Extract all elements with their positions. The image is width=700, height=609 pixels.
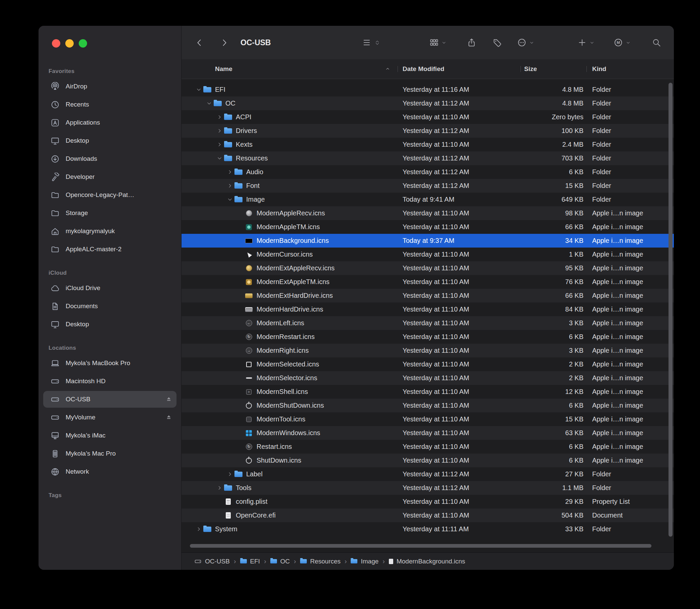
file-row-modernright-icns[interactable]: →ModernRight.icnsYesterday at 11:10 AM3 … bbox=[181, 344, 674, 358]
file-row-label[interactable]: LabelYesterday at 11:12 AM27 KBFolder bbox=[181, 467, 674, 481]
file-row-font[interactable]: FontYesterday at 11:12 AM15 KBFolder bbox=[181, 179, 674, 193]
toolbar-back-button[interactable] bbox=[195, 26, 204, 59]
chev-right-icon[interactable] bbox=[217, 142, 222, 147]
file-row-modernappletm-icns[interactable]: ModernAppleTM.icnsYesterday at 11:10 AM6… bbox=[181, 220, 674, 234]
close-button[interactable] bbox=[52, 39, 60, 48]
toolbar-forward-button[interactable] bbox=[220, 26, 229, 59]
file-row-modernwindows-icns[interactable]: ModernWindows.icnsYesterday at 11:10 AM6… bbox=[181, 426, 674, 440]
column-divider[interactable] bbox=[398, 66, 398, 72]
file-row-audio[interactable]: AudioYesterday at 11:12 AM6 KBFolder bbox=[181, 165, 674, 179]
zoom-button[interactable] bbox=[79, 39, 87, 48]
chev-down-icon[interactable] bbox=[217, 155, 222, 161]
sidebar-item-mykolagrymalyuk[interactable]: mykolagrymalyuk bbox=[43, 223, 176, 240]
disclosure-expanded[interactable] bbox=[194, 85, 203, 94]
toolbar-tag-button[interactable] bbox=[493, 26, 502, 59]
file-row-kexts[interactable]: KextsYesterday at 11:10 AM2.4 MBFolder bbox=[181, 138, 674, 152]
column-header-size[interactable]: Size bbox=[524, 59, 537, 79]
chev-down-icon[interactable] bbox=[196, 87, 202, 92]
path-item-resources[interactable]: Resources bbox=[300, 558, 340, 565]
sidebar-item-network[interactable]: Network bbox=[43, 463, 176, 480]
sidebar-item-oc-usb[interactable]: OC-USB bbox=[43, 391, 176, 408]
file-row-modernbackground-icns[interactable]: ModernBackground.icnsToday at 9:37 AM34 … bbox=[181, 234, 674, 247]
path-item-modernbackground-icns[interactable]: ModernBackground.icns bbox=[389, 558, 465, 565]
file-row-modernapplerecv-icns[interactable]: ModernAppleRecv.icnsYesterday at 11:10 A… bbox=[181, 206, 674, 220]
eject-icon[interactable] bbox=[165, 396, 173, 403]
toolbar-group-button[interactable] bbox=[430, 26, 447, 59]
disclosure-collapsed[interactable] bbox=[225, 168, 234, 176]
path-item-image[interactable]: Image bbox=[351, 558, 379, 565]
chev-right-icon[interactable] bbox=[217, 128, 222, 134]
column-header-kind[interactable]: Kind bbox=[592, 59, 606, 79]
eject-icon[interactable] bbox=[165, 414, 173, 421]
toolbar-account-button[interactable]: M bbox=[614, 26, 631, 59]
disclosure-collapsed[interactable] bbox=[225, 470, 234, 479]
toolbar-search-button[interactable] bbox=[652, 26, 661, 59]
file-row-modernextharddrive-icns[interactable]: ModernExtHardDrive.icnsYesterday at 11:1… bbox=[181, 289, 674, 302]
sidebar-item-airdrop[interactable]: AirDrop bbox=[43, 78, 176, 95]
sidebar-item-applealc-master-2[interactable]: AppleALC-master-2 bbox=[43, 241, 176, 258]
file-row-opencore-efi[interactable]: OpenCore.efiYesterday at 11:10 AM504 KBD… bbox=[181, 508, 674, 522]
path-item-efi[interactable]: EFI bbox=[240, 558, 260, 565]
file-row-config-plist[interactable]: config.plistYesterday at 11:10 AM29 KBPr… bbox=[181, 495, 674, 508]
column-header-name[interactable]: Name bbox=[215, 59, 232, 79]
horizontal-scrollbar[interactable] bbox=[190, 544, 651, 548]
file-row-modernharddrive-icns[interactable]: ModernHardDrive.icnsYesterday at 11:10 A… bbox=[181, 302, 674, 316]
sidebar-item-storage[interactable]: Storage bbox=[43, 205, 176, 222]
file-row-modernshell-icns[interactable]: ModernShell.icnsYesterday at 11:10 AM12 … bbox=[181, 385, 674, 399]
file-row-modernselector-icns[interactable]: ModernSelector.icnsYesterday at 11:10 AM… bbox=[181, 371, 674, 385]
file-row-efi[interactable]: EFIYesterday at 11:16 AM4.8 MBFolder bbox=[181, 83, 674, 97]
chev-right-icon[interactable] bbox=[217, 114, 222, 120]
chev-right-icon[interactable] bbox=[217, 485, 222, 491]
path-item-oc-usb[interactable]: OC-USB bbox=[194, 558, 230, 565]
file-row-shutdown-icns[interactable]: ShutDown.icnsYesterday at 11:10 AM6 KBAp… bbox=[181, 454, 674, 467]
file-row-modernrestart-icns[interactable]: ↻ModernRestart.icnsYesterday at 11:10 AM… bbox=[181, 330, 674, 344]
sidebar-item-recents[interactable]: Recents bbox=[43, 96, 176, 113]
sidebar-item-desktop[interactable]: Desktop bbox=[43, 316, 176, 333]
sidebar-item-mykola-s-macbook-pro[interactable]: Mykola’s MacBook Pro bbox=[43, 355, 176, 371]
vertical-scrollbar[interactable] bbox=[668, 83, 672, 537]
sidebar-item-macintosh-hd[interactable]: Macintosh HD bbox=[43, 373, 176, 389]
disclosure-collapsed[interactable] bbox=[194, 525, 203, 534]
toolbar-more-circle-button[interactable] bbox=[517, 26, 534, 59]
disclosure-collapsed[interactable] bbox=[225, 181, 234, 190]
toolbar-view-list-button[interactable] bbox=[362, 26, 380, 59]
disclosure-expanded[interactable] bbox=[215, 154, 224, 163]
file-row-modernselected-icns[interactable]: ModernSelected.icnsYesterday at 11:10 AM… bbox=[181, 358, 674, 371]
file-row-modernextapplerecv-icns[interactable]: ModernExtAppleRecv.icnsYesterday at 11:1… bbox=[181, 261, 674, 275]
sidebar-item-documents[interactable]: Documents bbox=[43, 298, 176, 315]
minimize-button[interactable] bbox=[65, 39, 74, 48]
sidebar-item-myvolume[interactable]: MyVolume bbox=[43, 409, 176, 426]
file-row-modernextappletm-icns[interactable]: ModernExtAppleTM.icnsYesterday at 11:10 … bbox=[181, 275, 674, 289]
toolbar-plus-button[interactable] bbox=[577, 26, 595, 59]
chev-right-icon[interactable] bbox=[227, 471, 233, 477]
disclosure-expanded[interactable] bbox=[225, 195, 234, 204]
chev-down-icon[interactable] bbox=[227, 197, 233, 202]
sidebar-item-desktop[interactable]: Desktop bbox=[43, 132, 176, 149]
column-divider[interactable] bbox=[587, 66, 587, 72]
file-row-restart-icns[interactable]: ↻Restart.icnsYesterday at 11:10 AM6 KBAp… bbox=[181, 440, 674, 454]
chev-right-icon[interactable] bbox=[196, 526, 202, 532]
sidebar-item-downloads[interactable]: Downloads bbox=[43, 151, 176, 167]
file-row-moderntool-icns[interactable]: ModernTool.icnsYesterday at 11:10 AM15 K… bbox=[181, 412, 674, 426]
sidebar-item-applications[interactable]: Applications bbox=[43, 114, 176, 131]
file-row-tools[interactable]: ToolsYesterday at 11:12 AM1.1 MBFolder bbox=[181, 481, 674, 495]
disclosure-collapsed[interactable] bbox=[215, 484, 224, 492]
disclosure-expanded[interactable] bbox=[205, 99, 213, 108]
column-header-date-modified[interactable]: Date Modified bbox=[403, 59, 444, 79]
file-row-image[interactable]: ImageToday at 9:41 AM649 KBFolder bbox=[181, 193, 674, 206]
file-row-moderncursor-icns[interactable]: ModernCursor.icnsYesterday at 11:10 AM1 … bbox=[181, 247, 674, 261]
file-row-acpi[interactable]: ACPIYesterday at 11:10 AMZero bytesFolde… bbox=[181, 110, 674, 124]
disclosure-collapsed[interactable] bbox=[215, 140, 224, 149]
chev-right-icon[interactable] bbox=[227, 169, 233, 175]
sidebar-item-opencore-legacy-pat[interactable]: Opencore-Legacy-Pat… bbox=[43, 187, 176, 203]
disclosure-collapsed[interactable] bbox=[215, 127, 224, 135]
file-row-modernleft-icns[interactable]: ←ModernLeft.icnsYesterday at 11:10 AM3 K… bbox=[181, 316, 674, 330]
chev-right-icon[interactable] bbox=[227, 183, 233, 189]
file-row-resources[interactable]: ResourcesYesterday at 11:12 AM703 KBFold… bbox=[181, 152, 674, 165]
sidebar-item-icloud-drive[interactable]: iCloud Drive bbox=[43, 280, 176, 296]
sidebar-item-mykola-s-mac-pro[interactable]: Mykola’s Mac Pro bbox=[43, 445, 176, 462]
file-row-oc[interactable]: OCYesterday at 11:12 AM4.8 MBFolder bbox=[181, 97, 674, 110]
sidebar-item-developer[interactable]: Developer bbox=[43, 169, 176, 185]
sidebar-item-mykola-s-imac[interactable]: Mykola’s iMac bbox=[43, 427, 176, 444]
path-item-oc[interactable]: OC bbox=[270, 558, 290, 565]
